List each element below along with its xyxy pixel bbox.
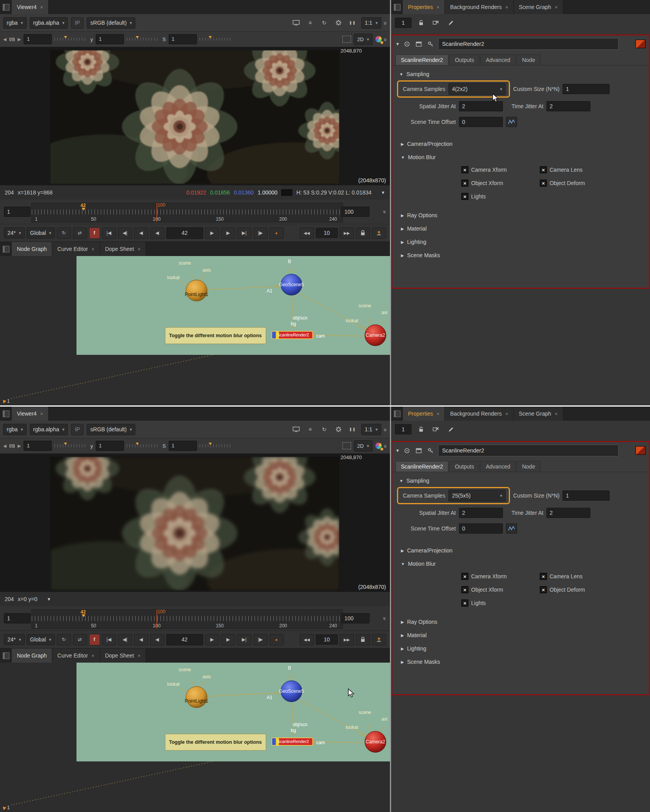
playhead[interactable]: 100 bbox=[157, 203, 157, 222]
section-scene-masks[interactable]: ▶ Scene Masks bbox=[401, 657, 649, 667]
panel-menu-icon[interactable] bbox=[0, 242, 12, 256]
next-keyframe-button[interactable]: ▶| bbox=[237, 634, 251, 645]
key-icon[interactable] bbox=[426, 445, 435, 456]
color-wheel-icon[interactable] bbox=[375, 36, 382, 42]
close-icon[interactable]: × bbox=[40, 411, 43, 417]
panel-menu-icon[interactable] bbox=[0, 649, 12, 663]
zoom-select[interactable]: 1:1▾ bbox=[361, 424, 381, 435]
checkbox-object-xform[interactable]: ×Object Xform bbox=[461, 180, 537, 187]
animation-curve-icon[interactable] bbox=[506, 523, 517, 534]
center-node-icon[interactable] bbox=[403, 445, 411, 456]
gain-slider[interactable] bbox=[55, 37, 87, 41]
prev-keyframe-button[interactable]: ◀| bbox=[118, 227, 132, 239]
tab-dope-sheet[interactable]: Dope Sheet× bbox=[100, 649, 146, 663]
chevrons-icon[interactable]: » bbox=[381, 210, 388, 213]
spatial-jitter-field[interactable]: 2 bbox=[459, 508, 503, 518]
section-lighting[interactable]: ▶ Lighting bbox=[401, 237, 649, 247]
close-icon[interactable]: × bbox=[91, 653, 95, 659]
goto-start-button[interactable]: |◀ bbox=[102, 634, 116, 645]
tab-dope-sheet[interactable]: Dope Sheet× bbox=[100, 242, 146, 256]
fps-select[interactable]: 24*▾ bbox=[4, 634, 25, 645]
gamma-field[interactable]: 1 bbox=[96, 34, 124, 44]
pause-icon[interactable]: ❚❚ bbox=[347, 424, 358, 434]
node-pointlight1[interactable] bbox=[186, 280, 207, 301]
collapse-icon[interactable]: ▼ bbox=[395, 448, 400, 453]
menu-icon[interactable]: ≡ bbox=[305, 18, 316, 28]
tab-viewer4[interactable]: Viewer4 × bbox=[12, 407, 49, 421]
chevrons-icon[interactable]: » bbox=[382, 38, 389, 40]
range-end-field[interactable]: 100 bbox=[341, 207, 370, 217]
goto-start-button[interactable]: |◀ bbox=[102, 227, 116, 239]
section-scene-masks[interactable]: ▶ Scene Masks bbox=[401, 251, 649, 260]
close-icon[interactable]: × bbox=[505, 4, 508, 10]
playhead[interactable]: 100 bbox=[157, 610, 157, 629]
refresh-icon[interactable]: ↻ bbox=[319, 18, 330, 28]
tab-scanlinerender2[interactable]: ScanlineRender2 bbox=[395, 461, 448, 472]
record-button[interactable]: ● bbox=[269, 634, 284, 645]
lock-icon[interactable] bbox=[415, 18, 426, 28]
gain-field[interactable]: 1 bbox=[24, 34, 52, 44]
saturation-field[interactable]: 1 bbox=[169, 34, 197, 44]
section-motion-blur[interactable]: ▼ Motion Blur bbox=[401, 559, 649, 569]
tab-viewer4[interactable]: Viewer4 × bbox=[12, 0, 49, 14]
checkbox-object-deform[interactable]: ×Object Deform bbox=[540, 180, 615, 187]
pencil-icon[interactable] bbox=[445, 424, 456, 434]
jump-forward-button[interactable]: ▶▶ bbox=[340, 634, 354, 645]
gamma-field[interactable]: 1 bbox=[96, 441, 124, 451]
zoom-select[interactable]: 1:1▾ bbox=[361, 17, 381, 29]
tab-curve-editor[interactable]: Curve Editor× bbox=[52, 242, 100, 256]
section-lighting[interactable]: ▶ Lighting bbox=[401, 644, 649, 653]
checkbox-camera-xform[interactable]: ×Camera Xform bbox=[461, 573, 537, 580]
input-process-button[interactable]: IP bbox=[71, 424, 84, 435]
step-forward-button[interactable]: ▶ bbox=[205, 634, 219, 645]
bounce-mode-button[interactable]: ⇄ bbox=[73, 634, 87, 645]
chevrons-icon[interactable]: » bbox=[382, 445, 389, 447]
alpha-layer-select[interactable]: rgba.alpha▾ bbox=[30, 17, 68, 29]
fps-select[interactable]: 24*▾ bbox=[4, 227, 25, 238]
display-icon[interactable] bbox=[291, 18, 302, 28]
gear-icon[interactable] bbox=[333, 424, 344, 434]
section-motion-blur[interactable]: ▼ Motion Blur bbox=[401, 153, 649, 162]
play-forward-button[interactable]: ▶ bbox=[221, 634, 235, 645]
saturation-slider[interactable] bbox=[200, 37, 233, 41]
close-icon[interactable]: × bbox=[505, 411, 508, 417]
chevrons-icon[interactable]: » bbox=[381, 617, 388, 619]
goto-end-button[interactable]: |▶ bbox=[253, 634, 268, 645]
max-panels-field[interactable]: 1 bbox=[395, 424, 411, 434]
play-backward-button[interactable]: ◀ bbox=[134, 227, 148, 239]
play-forward-button[interactable]: ▶ bbox=[221, 227, 235, 239]
node-graph-area[interactable]: Toggle the different motion blur options… bbox=[0, 256, 390, 405]
pane-divider[interactable] bbox=[390, 0, 391, 405]
range-start-field[interactable]: 1 bbox=[4, 207, 31, 217]
section-camera-projection[interactable]: ▶ Camera/Projection bbox=[401, 139, 649, 149]
record-button[interactable]: ● bbox=[269, 227, 284, 239]
tab-outputs[interactable]: Outputs bbox=[449, 461, 479, 472]
colorspace-select[interactable]: sRGB (default)▾ bbox=[87, 17, 135, 29]
section-ray-options[interactable]: ▶ Ray Options bbox=[401, 211, 649, 220]
tab-outputs[interactable]: Outputs bbox=[449, 54, 479, 65]
aperture-label[interactable]: f/8 bbox=[9, 443, 15, 449]
node-graph-area[interactable]: Toggle the different motion blur options… bbox=[0, 663, 390, 812]
view-mode-select[interactable]: 2D▾ bbox=[354, 440, 373, 452]
checkbox-camera-lens[interactable]: ×Camera Lens bbox=[540, 573, 615, 580]
colorspace-select[interactable]: sRGB (default)▾ bbox=[87, 424, 135, 435]
close-icon[interactable]: × bbox=[437, 411, 440, 417]
node-graph-canvas[interactable]: Toggle the different motion blur options… bbox=[76, 663, 390, 761]
lock-range-button[interactable] bbox=[356, 634, 370, 645]
flipbook-button[interactable] bbox=[372, 227, 386, 239]
tab-node-graph[interactable]: Node Graph bbox=[12, 649, 52, 663]
prev-keyframe-button[interactable]: ◀| bbox=[118, 634, 132, 645]
checkbox-lights[interactable]: ×Lights bbox=[461, 599, 537, 607]
section-sampling[interactable]: ▼ Sampling bbox=[399, 476, 649, 485]
viewer-viewport[interactable]: 2048,870 (2048x870) bbox=[0, 47, 390, 185]
scene-time-offset-field[interactable]: 0 bbox=[459, 117, 503, 127]
custom-size-field[interactable]: 1 bbox=[563, 84, 610, 94]
step-forward-button[interactable]: ▶ bbox=[205, 227, 219, 239]
loop-mode-button[interactable]: ↻ bbox=[57, 634, 71, 645]
frame-increment-field[interactable]: 10 bbox=[316, 634, 338, 645]
checkbox-object-deform[interactable]: ×Object Deform bbox=[540, 586, 615, 593]
prev-arrow-icon[interactable]: ◀ bbox=[3, 443, 6, 449]
checkbox-lights[interactable]: ×Lights bbox=[461, 193, 537, 200]
float-panel-icon[interactable] bbox=[415, 39, 423, 49]
clear-panels-icon[interactable] bbox=[430, 18, 441, 28]
